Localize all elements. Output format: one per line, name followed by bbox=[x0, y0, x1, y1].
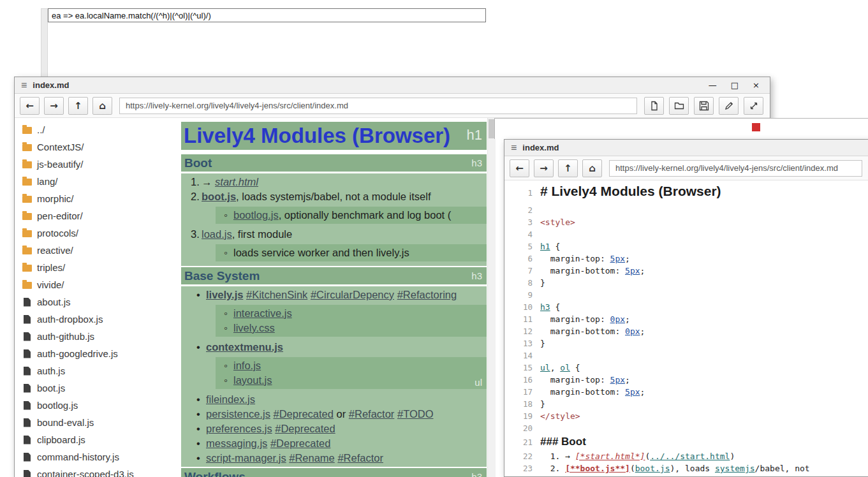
editor-line[interactable]: 11 margin-top: 0px; bbox=[504, 313, 868, 325]
editor-line[interactable]: 8} bbox=[504, 277, 868, 289]
editor-line[interactable]: 1# Lively4 Modules (Browser) bbox=[504, 182, 868, 204]
md-link[interactable]: lively.js bbox=[206, 289, 243, 300]
file-icon bbox=[24, 298, 31, 307]
folder-item[interactable]: reactive/ bbox=[15, 242, 168, 259]
editor-line[interactable]: 5h1 { bbox=[504, 240, 868, 253]
file-item[interactable]: auth-dropbox.js bbox=[15, 311, 168, 328]
editor-line[interactable]: 3<style> bbox=[504, 216, 868, 228]
file-item[interactable]: auth-googledrive.js bbox=[15, 345, 168, 362]
md-link[interactable]: #Deprecated bbox=[275, 423, 335, 434]
editor-line[interactable]: 12 margin-bottom: 0px; bbox=[504, 325, 868, 337]
file-icon bbox=[24, 470, 31, 477]
folder-item[interactable]: protocols/ bbox=[15, 224, 168, 242]
md-link[interactable]: #TODO bbox=[397, 408, 434, 420]
md-link[interactable]: #Refactor bbox=[337, 452, 383, 464]
editor-line[interactable]: 9 bbox=[504, 289, 868, 301]
expression-input[interactable] bbox=[48, 8, 486, 22]
folder-item[interactable]: morphic/ bbox=[15, 190, 168, 207]
md-link[interactable]: #Refactor bbox=[349, 408, 395, 420]
home-button[interactable]: ⌂ bbox=[92, 97, 112, 115]
url-input[interactable] bbox=[119, 98, 637, 114]
editor-line[interactable]: 17 margin-bottom: 5px; bbox=[504, 386, 868, 398]
editor-line[interactable]: 22 1. → [*start.html*](../../start.html) bbox=[504, 450, 868, 462]
file-item[interactable]: auth-github.js bbox=[15, 328, 168, 345]
md-link[interactable]: fileindex.js bbox=[206, 393, 255, 405]
editor-line[interactable]: 21### Boot bbox=[504, 434, 868, 450]
up-button[interactable]: ↑ bbox=[558, 159, 578, 177]
folder-icon bbox=[22, 144, 32, 151]
md-link[interactable]: #Refactoring bbox=[397, 289, 457, 300]
markdown-scrollbar[interactable] bbox=[487, 118, 496, 477]
editor-line[interactable]: 23 2. [**boot.js**](boot.js), loads syst… bbox=[504, 462, 868, 474]
editor-line[interactable]: 13} bbox=[504, 337, 868, 349]
md-link[interactable]: #Deprecated bbox=[270, 437, 330, 449]
edit-button[interactable] bbox=[719, 97, 739, 115]
file-item[interactable]: auth.js bbox=[15, 362, 168, 379]
fullscreen-button[interactable] bbox=[744, 97, 763, 115]
up-button[interactable]: ↑ bbox=[68, 97, 88, 115]
md-link[interactable]: lively.css bbox=[233, 322, 275, 334]
md-link[interactable]: interactive.js bbox=[233, 307, 292, 319]
file-item[interactable]: about.js bbox=[15, 293, 168, 311]
menu-icon[interactable]: ≡ bbox=[511, 143, 517, 153]
folder-item[interactable]: ContextJS/ bbox=[15, 138, 168, 156]
folder-item[interactable]: lang/ bbox=[15, 173, 168, 190]
file-item[interactable]: container-scoped-d3.js bbox=[15, 466, 168, 477]
open-folder-button[interactable] bbox=[669, 97, 689, 115]
md-link[interactable]: persistence.js bbox=[206, 408, 270, 420]
save-button[interactable] bbox=[694, 97, 714, 115]
editor-line[interactable]: 16 margin-top: 5px; bbox=[504, 374, 868, 386]
file-item[interactable]: command-history.js bbox=[15, 448, 168, 466]
window1-titlebar[interactable]: ≡ index.md — □ × bbox=[15, 77, 770, 94]
editor-line[interactable]: 2 bbox=[504, 204, 868, 216]
file-item[interactable]: bound-eval.js bbox=[15, 414, 168, 431]
folder-item[interactable]: ../ bbox=[15, 121, 168, 138]
close-button[interactable]: × bbox=[753, 81, 760, 89]
menu-icon[interactable]: ≡ bbox=[21, 80, 27, 91]
back-button[interactable]: ← bbox=[510, 159, 529, 177]
line-content: # Lively4 Modules (Browser) bbox=[540, 184, 721, 199]
editor-line[interactable]: 14 bbox=[504, 349, 868, 362]
md-link[interactable]: bootlog.js bbox=[233, 209, 279, 221]
editor-line[interactable]: 7 margin-bottom: 5px; bbox=[504, 265, 868, 277]
file-item[interactable]: clipboard.js bbox=[15, 431, 168, 448]
url-input[interactable] bbox=[609, 160, 862, 177]
editor-line[interactable]: 4 bbox=[504, 228, 868, 240]
folder-item[interactable]: pen-editor/ bbox=[15, 207, 168, 224]
md-link[interactable]: preferences.js bbox=[206, 423, 272, 434]
md-link[interactable]: boot.js bbox=[202, 191, 236, 202]
editor-line[interactable]: 19</style> bbox=[504, 410, 868, 422]
editor-line[interactable]: 18} bbox=[504, 398, 868, 410]
md-link[interactable]: contextmenu.js bbox=[206, 341, 283, 353]
editor-line[interactable]: 10h3 { bbox=[504, 301, 868, 313]
file-item[interactable]: bootlog.js bbox=[15, 397, 168, 414]
md-link[interactable]: #Rename bbox=[289, 452, 335, 464]
md-link[interactable]: info.js bbox=[233, 360, 261, 371]
line-content: 2. [**boot.js**](boot.js), loads systemj… bbox=[540, 462, 810, 474]
line-content: h1 { bbox=[540, 240, 560, 253]
md-link[interactable]: #CircularDepency bbox=[311, 289, 394, 300]
back-button[interactable]: ← bbox=[20, 97, 40, 115]
folder-item[interactable]: triples/ bbox=[15, 259, 168, 276]
forward-button[interactable]: → bbox=[534, 159, 554, 177]
md-link[interactable]: layout.js bbox=[233, 374, 272, 386]
window2-titlebar[interactable]: ≡ index.md bbox=[504, 140, 868, 156]
maximize-button[interactable]: □ bbox=[731, 81, 739, 89]
md-link[interactable]: #KitchenSink bbox=[246, 289, 307, 300]
md-link[interactable]: load.js bbox=[202, 228, 232, 240]
md-link[interactable]: messaging.js bbox=[206, 437, 267, 449]
editor-line[interactable]: 15ul, ol { bbox=[504, 362, 868, 374]
editor-line[interactable]: 6 margin-top: 5px; bbox=[504, 253, 868, 265]
minimize-button[interactable]: — bbox=[709, 81, 717, 89]
md-link[interactable]: script-manager.js bbox=[206, 452, 286, 464]
editor-line[interactable]: 20 bbox=[504, 422, 868, 434]
new-file-button[interactable] bbox=[644, 97, 664, 115]
folder-item[interactable]: vivide/ bbox=[15, 276, 168, 293]
forward-button[interactable]: → bbox=[44, 97, 64, 115]
home-button[interactable]: ⌂ bbox=[582, 159, 602, 177]
md-link[interactable]: start.html bbox=[215, 176, 258, 187]
code-editor[interactable]: 1# Lively4 Modules (Browser)23<style>45h… bbox=[504, 180, 868, 476]
file-item[interactable]: boot.js bbox=[15, 379, 168, 397]
folder-item[interactable]: js-beautify/ bbox=[15, 156, 168, 173]
md-link[interactable]: #Deprecated bbox=[273, 408, 333, 420]
